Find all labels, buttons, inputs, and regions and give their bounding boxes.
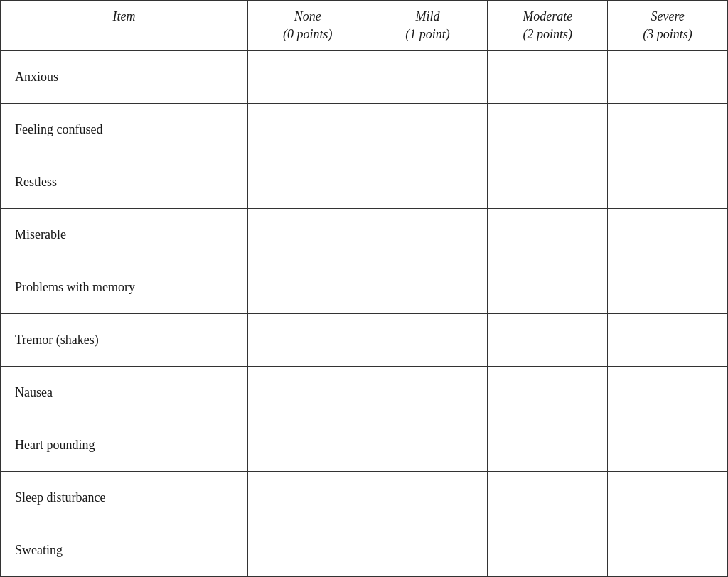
rating-cell[interactable] [608, 472, 728, 524]
item-label: Restless [1, 156, 248, 209]
rating-cell[interactable] [247, 367, 368, 419]
rating-cell[interactable] [368, 524, 488, 577]
table-row: Anxious [1, 51, 728, 104]
item-label: Anxious [1, 51, 248, 104]
table-row: Sweating [1, 524, 728, 577]
rating-cell[interactable] [488, 314, 608, 367]
item-label: Sleep disturbance [1, 472, 248, 524]
rating-cell[interactable] [247, 524, 368, 577]
rating-cell[interactable] [368, 314, 488, 367]
rating-cell[interactable] [368, 419, 488, 472]
rating-cell[interactable] [368, 472, 488, 524]
rating-cell[interactable] [608, 261, 728, 314]
rating-cell[interactable] [488, 104, 608, 156]
rating-cell[interactable] [488, 261, 608, 314]
header-item: Item [1, 1, 248, 51]
rating-cell[interactable] [488, 419, 608, 472]
rating-cell[interactable] [247, 51, 368, 104]
rating-cell[interactable] [247, 472, 368, 524]
item-label: Problems with memory [1, 261, 248, 314]
item-label: Nausea [1, 367, 248, 419]
assessment-table-container: Item None(0 points) Mild(1 point) Modera… [0, 0, 728, 577]
table-row: Heart pounding [1, 419, 728, 472]
table-row: Miserable [1, 209, 728, 261]
rating-cell[interactable] [368, 367, 488, 419]
item-label: Sweating [1, 524, 248, 577]
rating-cell[interactable] [608, 209, 728, 261]
rating-cell[interactable] [247, 156, 368, 209]
header-mild: Mild(1 point) [368, 1, 488, 51]
item-label: Feeling confused [1, 104, 248, 156]
rating-cell[interactable] [368, 156, 488, 209]
rating-cell[interactable] [488, 472, 608, 524]
rating-cell[interactable] [368, 261, 488, 314]
table-row: Restless [1, 156, 728, 209]
rating-cell[interactable] [488, 209, 608, 261]
rating-cell[interactable] [608, 419, 728, 472]
rating-cell[interactable] [488, 51, 608, 104]
rating-cell[interactable] [247, 209, 368, 261]
table-row: Feeling confused [1, 104, 728, 156]
rating-cell[interactable] [488, 524, 608, 577]
rating-cell[interactable] [608, 314, 728, 367]
rating-cell[interactable] [608, 51, 728, 104]
anxiety-assessment-table: Item None(0 points) Mild(1 point) Modera… [0, 0, 728, 577]
table-row: Sleep disturbance [1, 472, 728, 524]
rating-cell[interactable] [247, 314, 368, 367]
rating-cell[interactable] [247, 419, 368, 472]
rating-cell[interactable] [247, 261, 368, 314]
rating-cell[interactable] [368, 51, 488, 104]
rating-cell[interactable] [608, 104, 728, 156]
item-label: Heart pounding [1, 419, 248, 472]
table-row: Tremor (shakes) [1, 314, 728, 367]
table-header-row: Item None(0 points) Mild(1 point) Modera… [1, 1, 728, 51]
item-label: Tremor (shakes) [1, 314, 248, 367]
header-none: None(0 points) [247, 1, 368, 51]
header-severe: Severe(3 points) [608, 1, 728, 51]
rating-cell[interactable] [488, 156, 608, 209]
rating-cell[interactable] [608, 524, 728, 577]
rating-cell[interactable] [608, 156, 728, 209]
rating-cell[interactable] [608, 367, 728, 419]
table-row: Nausea [1, 367, 728, 419]
rating-cell[interactable] [488, 367, 608, 419]
header-moderate: Moderate(2 points) [488, 1, 608, 51]
item-label: Miserable [1, 209, 248, 261]
table-row: Problems with memory [1, 261, 728, 314]
rating-cell[interactable] [368, 209, 488, 261]
rating-cell[interactable] [368, 104, 488, 156]
rating-cell[interactable] [247, 104, 368, 156]
